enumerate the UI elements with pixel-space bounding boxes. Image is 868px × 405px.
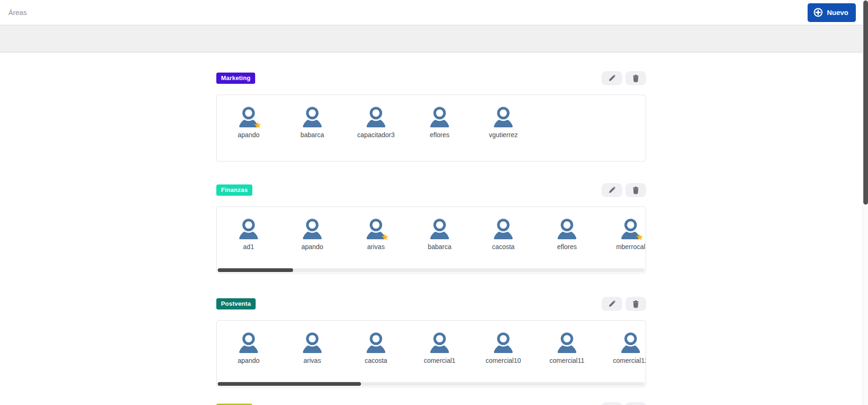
star-icon: ★ <box>381 233 389 242</box>
area-actions <box>602 297 646 311</box>
member-item[interactable]: ★ comercial11 <box>535 331 599 364</box>
star-icon: ★ <box>636 233 644 242</box>
area-section-marketing: Marketing <box>216 71 646 162</box>
edit-area-button[interactable] <box>602 402 622 405</box>
user-avatar-icon: ★ <box>492 331 515 353</box>
member-item[interactable]: ★ mberrocal <box>599 217 646 250</box>
star-icon: ★ <box>254 121 262 130</box>
delete-area-button[interactable] <box>625 183 646 197</box>
area-section-header: Marketing <box>216 71 646 85</box>
member-item[interactable]: ★ comercial12 <box>599 331 646 364</box>
trash-icon <box>632 74 640 82</box>
area-section-gerencia: Gerencia <box>216 402 646 405</box>
member-item[interactable]: ★ vgutierrez <box>471 105 535 139</box>
edit-area-button[interactable] <box>602 297 622 311</box>
page-title: Áreas <box>8 8 27 16</box>
member-item[interactable]: ★ cacosta <box>471 217 535 250</box>
user-avatar-icon: ★ <box>619 217 642 239</box>
member-username: comercial10 <box>485 357 521 364</box>
member-username: apando <box>238 357 260 364</box>
member-item[interactable]: ★ arivas <box>280 331 344 364</box>
area-badge: Marketing <box>216 73 255 84</box>
user-avatar-icon: ★ <box>301 331 324 353</box>
area-actions <box>602 402 646 405</box>
new-button-label: Nuevo <box>827 8 848 16</box>
edit-area-button[interactable] <box>602 71 622 85</box>
user-avatar-icon: ★ <box>556 331 578 353</box>
user-avatar-icon: ★ <box>237 331 260 353</box>
member-item[interactable]: ★ capacitador3 <box>344 105 408 139</box>
member-row: ★ ad1 ★ apando <box>217 207 646 250</box>
user-avatar-icon: ★ <box>556 217 578 239</box>
member-username: mberrocal <box>616 243 645 250</box>
members-card: ★ apando ★ arivas <box>216 320 646 387</box>
member-row: ★ apando ★ babarca <box>217 95 646 139</box>
user-avatar-icon: ★ <box>428 331 451 353</box>
member-item[interactable]: ★ eflores <box>408 105 471 139</box>
member-item[interactable]: ★ babarca <box>280 105 344 139</box>
user-avatar-icon: ★ <box>619 331 642 353</box>
member-item[interactable]: ★ apando <box>217 331 280 364</box>
trash-icon <box>632 186 640 194</box>
member-username: comercial1 <box>424 357 456 364</box>
member-username: apando <box>238 131 260 139</box>
areas-list: Marketing <box>216 71 646 405</box>
member-item[interactable]: ★ comercial10 <box>471 331 535 364</box>
user-avatar-icon: ★ <box>492 105 515 127</box>
members-card: ★ ad1 ★ apando <box>216 206 646 273</box>
area-badge: Postventa <box>216 298 256 309</box>
member-item[interactable]: ★ cacosta <box>344 331 408 364</box>
user-avatar-icon: ★ <box>492 217 515 239</box>
user-avatar-icon: ★ <box>428 217 451 239</box>
pencil-icon <box>608 186 616 194</box>
member-item[interactable]: ★ eflores <box>535 217 599 250</box>
member-username: capacitador3 <box>357 131 395 139</box>
delete-area-button[interactable] <box>625 297 646 311</box>
area-section-finanzas: Finanzas <box>216 183 646 273</box>
member-item[interactable]: ★ apando <box>280 217 344 250</box>
page-scrollbar-thumb[interactable] <box>863 0 868 205</box>
user-avatar-icon: ★ <box>365 105 387 127</box>
member-username: ad1 <box>243 243 254 250</box>
member-username: cacosta <box>365 357 387 364</box>
user-avatar-icon: ★ <box>301 217 324 239</box>
area-section-header: Postventa <box>216 297 646 311</box>
member-username: arivas <box>367 243 384 250</box>
member-item[interactable]: ★ comercial1 <box>408 331 471 364</box>
pencil-icon <box>608 74 616 82</box>
trash-icon <box>632 300 640 308</box>
top-bar: Áreas Nuevo <box>0 0 862 25</box>
member-item[interactable]: ★ arivas <box>344 217 408 250</box>
member-username: comercial12 <box>613 357 646 364</box>
members-card: ★ apando ★ babarca <box>216 95 646 162</box>
member-username: eflores <box>557 243 577 250</box>
area-section-header: Finanzas <box>216 183 646 197</box>
area-actions <box>602 71 646 85</box>
member-username: comercial11 <box>550 357 584 364</box>
members-scrollbar[interactable] <box>218 382 645 386</box>
area-actions <box>602 183 646 197</box>
member-username: cacosta <box>492 243 515 250</box>
member-username: apando <box>302 243 324 250</box>
area-section-header: Gerencia <box>216 402 646 405</box>
members-scrollbar[interactable] <box>218 268 645 272</box>
delete-area-button[interactable] <box>625 71 646 85</box>
page-scrollbar[interactable] <box>862 0 868 405</box>
member-username: arivas <box>303 357 321 364</box>
user-avatar-icon: ★ <box>365 331 387 353</box>
members-scrollbar-thumb[interactable] <box>218 268 293 272</box>
user-avatar-icon: ★ <box>237 105 260 127</box>
plus-circle-icon <box>813 7 823 17</box>
members-scrollbar-thumb[interactable] <box>218 382 361 386</box>
user-avatar-icon: ★ <box>237 217 260 239</box>
pencil-icon <box>608 300 616 308</box>
sub-header-band <box>0 25 862 52</box>
member-item[interactable]: ★ ad1 <box>217 217 280 250</box>
member-item[interactable]: ★ apando <box>217 105 280 139</box>
member-username: babarca <box>428 243 452 250</box>
member-item[interactable]: ★ babarca <box>408 217 471 250</box>
member-username: babarca <box>301 131 324 139</box>
delete-area-button[interactable] <box>625 402 646 405</box>
new-button[interactable]: Nuevo <box>808 3 856 22</box>
edit-area-button[interactable] <box>602 183 622 197</box>
